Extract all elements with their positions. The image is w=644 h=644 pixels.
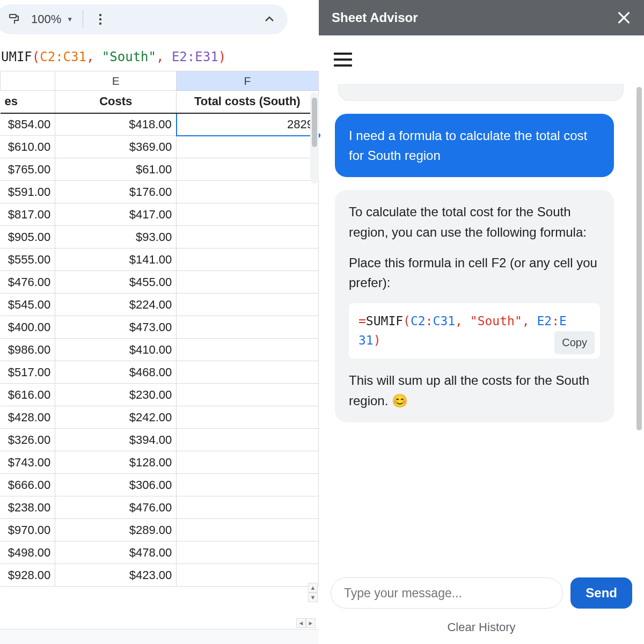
cell-e[interactable]: $176.00 [55,181,177,203]
cell-e[interactable]: $455.00 [55,271,177,294]
cell-d[interactable]: $743.00 [1,451,55,474]
vertical-scrollbar[interactable] [310,92,319,184]
cell-e[interactable]: $230.00 [55,384,177,406]
copy-button[interactable]: Copy [554,331,595,354]
chat-input[interactable] [331,577,563,609]
scroll-down-icon[interactable]: ▼ [308,592,318,602]
cell-f[interactable] [177,181,318,203]
header-F[interactable]: Total costs (South) [177,91,318,113]
cell-e[interactable]: $394.00 [55,429,177,451]
cell-d[interactable]: $970.00 [1,519,55,541]
cell-e[interactable]: $61.00 [55,158,177,181]
hamburger-menu-icon[interactable] [334,53,352,67]
scroll-right-icon[interactable]: ► [306,618,316,628]
scroll-up-icon[interactable]: ▲ [308,583,318,592]
cell-f[interactable] [177,384,318,406]
spreadsheet-grid[interactable]: E F es Costs Total costs (South) $854.00… [0,71,319,617]
col-header-D[interactable] [1,71,55,91]
send-button[interactable]: Send [570,577,632,609]
paint-format-icon[interactable] [6,12,21,27]
toolbar-container: 100% ▼ [0,0,319,38]
clear-history-link[interactable]: Clear History [319,612,644,644]
cell-f[interactable] [177,564,318,587]
cell-e[interactable]: $369.00 [55,136,177,158]
cell-d[interactable]: $765.00 [1,158,55,181]
chat-header: Sheet Advisor [319,0,644,35]
cell-f[interactable] [177,339,318,361]
horizontal-scroll-footer: ◄ ► [0,617,319,629]
chat-subheader [319,35,644,84]
collapse-chevron-up-icon[interactable] [262,12,277,27]
cell-e[interactable]: $289.00 [55,519,177,541]
cell-f[interactable] [177,203,318,226]
cell-e[interactable]: $468.00 [55,361,177,384]
cell-e[interactable]: $242.00 [55,406,177,429]
previous-message-peek [338,84,624,101]
cell-f[interactable] [177,226,318,248]
cell-e[interactable]: $128.00 [55,451,177,474]
cell-d[interactable]: $905.00 [1,226,55,248]
header-D[interactable]: es [1,91,55,113]
cell-e[interactable]: $476.00 [55,496,177,519]
header-E[interactable]: Costs [55,91,177,113]
cell-e[interactable]: $410.00 [55,339,177,361]
cell-f[interactable] [177,361,318,384]
cell-f[interactable] [177,474,318,496]
cell-d[interactable]: $545.00 [1,294,55,316]
cell-d[interactable]: $928.00 [1,564,55,587]
cell-d[interactable]: $476.00 [1,271,55,294]
cell-d[interactable]: $238.00 [1,496,55,519]
chat-scrollbar[interactable] [635,87,643,463]
cell-e[interactable]: $306.00 [55,474,177,496]
cell-f[interactable] [177,541,318,564]
cell-e[interactable]: $417.00 [55,203,177,226]
cell-e[interactable]: $418.00 [55,113,177,136]
chat-scrollbar-thumb[interactable] [636,87,642,430]
cell-f[interactable] [177,248,318,271]
cell-d[interactable]: $610.00 [1,136,55,158]
cell-f[interactable] [177,316,318,339]
chevron-down-icon: ▼ [67,16,73,23]
cell-e[interactable]: $473.00 [55,316,177,339]
zoom-dropdown[interactable]: 100% ▼ [31,12,73,26]
smile-emoji-icon: 😊 [392,393,408,408]
cell-d[interactable]: $517.00 [1,361,55,384]
scroll-left-icon[interactable]: ◄ [296,618,306,628]
cell-d[interactable]: $666.00 [1,474,55,496]
cell-f[interactable] [177,496,318,519]
formula-bar[interactable]: UMIF(C2:C31, "South", E2:E31) [0,38,319,71]
cell-e[interactable]: $478.00 [55,541,177,564]
assistant-closing: This will sum up all the costs for the S… [349,370,600,410]
cell-e[interactable]: $423.00 [55,564,177,587]
cell-f[interactable] [177,294,318,316]
col-header-F[interactable]: F [177,71,318,91]
cell-f[interactable] [177,519,318,541]
cell-f[interactable]: 2829 [177,113,318,136]
cell-f[interactable] [177,406,318,429]
cell-f[interactable] [177,429,318,451]
svg-point-3 [99,23,101,25]
cell-d[interactable]: $400.00 [1,316,55,339]
cell-d[interactable]: $428.00 [1,406,55,429]
cell-d[interactable]: $326.00 [1,429,55,451]
cell-d[interactable]: $817.00 [1,203,55,226]
col-header-E[interactable]: E [55,71,177,91]
cell-f[interactable] [177,271,318,294]
close-icon[interactable] [616,10,631,25]
scrollbar-thumb[interactable] [312,98,317,147]
cell-e[interactable]: $93.00 [55,226,177,248]
svg-point-1 [99,14,101,16]
cell-f[interactable] [177,136,318,158]
cell-f[interactable] [177,158,318,181]
cell-d[interactable]: $498.00 [1,541,55,564]
cell-e[interactable]: $224.00 [55,294,177,316]
cell-f[interactable] [177,451,318,474]
cell-d[interactable]: $616.00 [1,384,55,406]
cell-d[interactable]: $591.00 [1,181,55,203]
more-vert-icon[interactable] [93,12,108,27]
cell-e[interactable]: $141.00 [55,248,177,271]
cell-d[interactable]: $854.00 [1,113,55,136]
sheet-tab-bar[interactable] [0,629,319,644]
cell-d[interactable]: $986.00 [1,339,55,361]
cell-d[interactable]: $555.00 [1,248,55,271]
